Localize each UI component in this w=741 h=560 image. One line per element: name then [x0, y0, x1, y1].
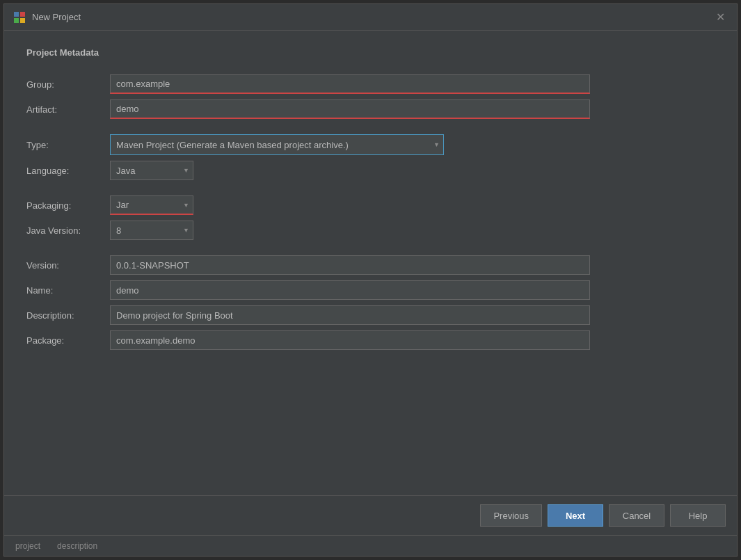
group-input[interactable]: [110, 74, 590, 94]
project-tab[interactable]: project: [15, 541, 40, 551]
previous-button[interactable]: Previous: [480, 504, 542, 527]
name-value-wrapper: [110, 278, 715, 303]
name-label: Name:: [26, 281, 110, 300]
language-label: Language:: [26, 161, 110, 180]
packaging-value-wrapper: Jar War: [110, 193, 715, 218]
help-button[interactable]: Help: [670, 504, 726, 527]
name-input[interactable]: [110, 280, 590, 300]
java-version-select[interactable]: 8 11 17 21: [110, 221, 193, 240]
package-input[interactable]: [110, 330, 590, 350]
java-version-label: Java Version:: [26, 221, 110, 240]
packaging-select-wrapper: Jar War: [110, 195, 193, 215]
java-version-select-wrapper: 8 11 17 21: [110, 221, 193, 240]
type-select[interactable]: Maven Project (Generate a Maven based pr…: [110, 134, 444, 155]
language-value-wrapper: Java Kotlin Groovy: [110, 158, 715, 183]
artifact-input[interactable]: [110, 99, 590, 119]
close-button[interactable]: ✕: [712, 9, 728, 26]
new-project-dialog: New Project ✕ Project Metadata Group: Ar…: [3, 3, 738, 557]
type-select-wrapper: Maven Project (Generate a Maven based pr…: [110, 134, 444, 155]
package-value-wrapper: [110, 328, 715, 353]
description-input[interactable]: [110, 305, 590, 325]
cancel-button[interactable]: Cancel: [609, 504, 664, 527]
version-value-wrapper: [110, 253, 715, 278]
svg-rect-2: [14, 18, 19, 23]
description-tab[interactable]: description: [57, 541, 97, 551]
footer-tabs: project description: [4, 535, 737, 556]
java-version-value-wrapper: 8 11 17 21: [110, 218, 715, 243]
package-label: Package:: [26, 331, 110, 350]
packaging-select[interactable]: Jar War: [110, 195, 193, 215]
artifact-label: Artifact:: [26, 100, 110, 119]
form-grid: Group: Artifact: Type: Maven Project (Ge…: [26, 72, 715, 353]
app-icon: [13, 10, 26, 24]
description-value-wrapper: [110, 303, 715, 328]
version-label: Version:: [26, 256, 110, 275]
version-input[interactable]: [110, 255, 590, 275]
svg-rect-1: [20, 12, 25, 17]
type-value-wrapper: Maven Project (Generate a Maven based pr…: [110, 131, 715, 158]
type-label: Type:: [26, 136, 110, 154]
section-title: Project Metadata: [26, 47, 715, 58]
dialog-content: Project Metadata Group: Artifact: Type: …: [4, 31, 737, 495]
artifact-value-wrapper: [110, 97, 715, 122]
group-label: Group:: [26, 75, 110, 94]
title-bar-left: New Project: [13, 10, 81, 24]
dialog-title: New Project: [32, 12, 81, 22]
group-value-wrapper: [110, 72, 715, 97]
svg-rect-3: [20, 18, 25, 23]
language-select[interactable]: Java Kotlin Groovy: [110, 161, 193, 180]
footer-buttons: Previous Next Cancel Help: [4, 495, 737, 535]
svg-rect-0: [14, 12, 19, 17]
description-label: Description:: [26, 306, 110, 325]
title-bar: New Project ✕: [4, 4, 737, 31]
next-button[interactable]: Next: [548, 504, 603, 527]
language-select-wrapper: Java Kotlin Groovy: [110, 161, 193, 180]
packaging-label: Packaging:: [26, 196, 110, 215]
